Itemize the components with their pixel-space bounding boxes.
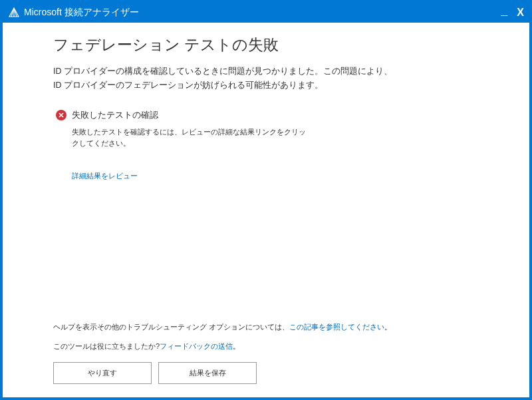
titlebar-left: Microsoft 接続アナライザー: [8, 7, 139, 19]
feedback-suffix: 。: [233, 342, 240, 350]
error-icon: [56, 110, 66, 120]
app-title: Microsoft 接続アナライザー: [24, 7, 139, 19]
minimize-button[interactable]: _: [501, 5, 507, 17]
help-line: ヘルプを表示その他のトラブルシューティング オプションについては、この記事を参照…: [53, 322, 489, 332]
review-details-link[interactable]: 詳細結果をレビュー: [72, 171, 489, 181]
section-description: 失敗したテストを確認するには、レビューの詳細な結果リンクをクリックしてください。: [72, 126, 311, 150]
failed-test-section-header: 失敗したテストの確認: [56, 109, 489, 121]
app-logo-icon: [8, 7, 20, 19]
feedback-line: このツールは役に立ちましたか?フィードバックの送信。: [53, 341, 489, 351]
content-area: フェデレーション テストの失敗 ID プロバイダーの構成を確認しているときに問題…: [3, 23, 529, 397]
window-controls: _ X: [501, 7, 524, 19]
section-title: 失敗したテストの確認: [72, 109, 158, 121]
feedback-link[interactable]: フィードバックの送信: [160, 342, 233, 350]
button-row: やり直す 結果を保存: [53, 362, 489, 384]
footer: ヘルプを表示その他のトラブルシューティング オプションについては、この記事を参照…: [53, 322, 489, 384]
help-suffix: 。: [384, 323, 392, 331]
close-button[interactable]: X: [517, 7, 524, 18]
page-title: フェデレーション テストの失敗: [53, 35, 489, 55]
titlebar: Microsoft 接続アナライザー _ X: [3, 3, 529, 23]
page-description: ID プロバイダーの構成を確認しているときに問題が見つかりました。この問題により…: [53, 65, 489, 93]
feedback-prefix: このツールは役に立ちましたか?: [53, 342, 160, 350]
retry-button[interactable]: やり直す: [53, 362, 152, 384]
save-results-button[interactable]: 結果を保存: [158, 362, 257, 384]
help-article-link[interactable]: この記事を参照してください: [289, 323, 384, 331]
help-prefix: ヘルプを表示その他のトラブルシューティング オプションについては、: [53, 323, 289, 331]
app-window: Microsoft 接続アナライザー _ X フェデレーション テストの失敗 I…: [0, 0, 532, 400]
